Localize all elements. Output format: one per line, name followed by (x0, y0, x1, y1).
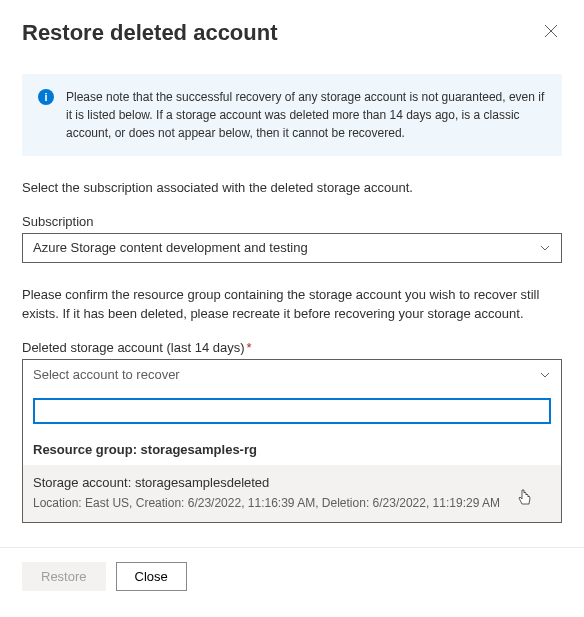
resource-group-intro: Please confirm the resource group contai… (22, 285, 562, 324)
chevron-down-icon (539, 242, 551, 254)
resource-group-heading: Resource group: storagesamples-rg (23, 432, 561, 465)
restore-panel: Restore deleted account i Please note th… (0, 0, 584, 617)
storage-account-name: Storage account: storagesamplesdeleted (33, 475, 551, 490)
dropdown-search-wrap (23, 390, 561, 432)
chevron-down-icon (539, 369, 551, 381)
info-icon: i (38, 89, 54, 105)
info-text: Please note that the successful recovery… (66, 88, 546, 142)
close-button[interactable]: Close (116, 562, 187, 591)
info-banner: i Please note that the successful recove… (22, 74, 562, 156)
deleted-account-dropdown-group: Select account to recover Resource group… (22, 359, 562, 523)
cursor-pointer-icon (517, 488, 533, 512)
deleted-account-placeholder[interactable]: Select account to recover (23, 360, 561, 390)
required-indicator: * (247, 340, 252, 355)
panel-header: Restore deleted account (22, 20, 562, 46)
panel-title: Restore deleted account (22, 20, 278, 46)
subscription-label: Subscription (22, 214, 562, 229)
close-icon[interactable] (540, 20, 562, 45)
storage-account-option[interactable]: Storage account: storagesamplesdeleted L… (23, 465, 561, 522)
subscription-value: Azure Storage content development and te… (33, 240, 308, 255)
deleted-account-label: Deleted storage account (last 14 days)* (22, 340, 562, 355)
subscription-intro: Select the subscription associated with … (22, 178, 562, 198)
deleted-account-dropdown[interactable]: Select account to recover Resource group… (22, 359, 562, 523)
dropdown-search-input[interactable] (33, 398, 551, 424)
panel-footer: Restore Close (0, 547, 584, 605)
subscription-dropdown[interactable]: Azure Storage content development and te… (22, 233, 562, 263)
restore-button[interactable]: Restore (22, 562, 106, 591)
storage-account-meta: Location: East US, Creation: 6/23/2022, … (33, 496, 551, 510)
